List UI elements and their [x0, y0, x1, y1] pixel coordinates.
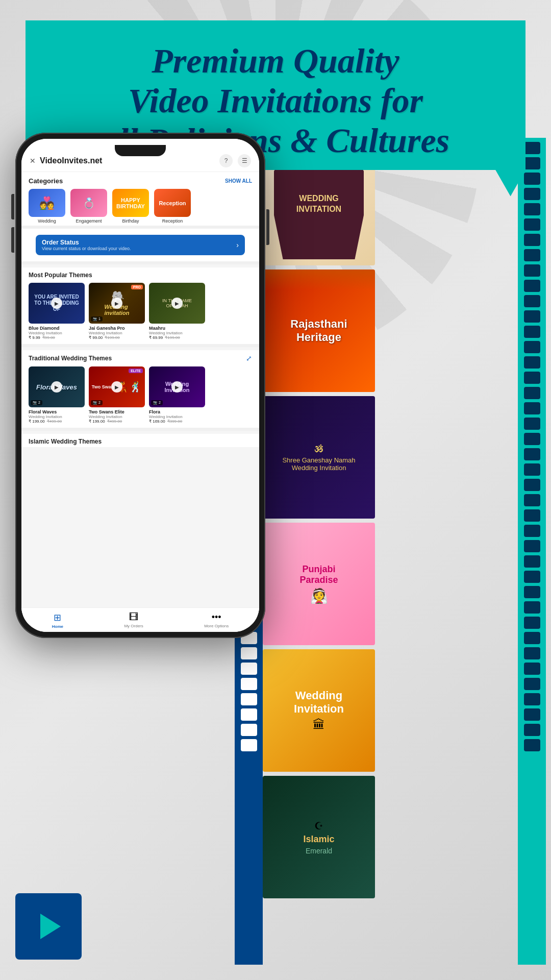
categories-header: Categories SHOW ALL: [29, 177, 252, 185]
order-status-banner[interactable]: Order Status View current status or down…: [36, 235, 245, 255]
volume-button-up: [11, 194, 14, 219]
show-all-button[interactable]: SHOW ALL: [225, 178, 252, 184]
film-hole: [524, 739, 540, 751]
film-hole: [524, 356, 540, 369]
wedding-gold-text: WeddingInvitation: [294, 689, 344, 716]
order-status-wrapper: Order Status View current status or down…: [21, 229, 259, 261]
floral-orig: ₹499.00: [47, 419, 62, 424]
help-icon[interactable]: ?: [219, 154, 233, 167]
pro-badge: PRO: [131, 285, 143, 289]
film-hole: [524, 418, 540, 430]
film-hole: [524, 280, 540, 292]
app-logo: VideoInvites.net: [40, 156, 102, 165]
most-popular-row: YOU ARE INVITEDTO THE WEDDING OF ▶ Blue …: [29, 283, 252, 340]
twoswans-orig: ₹499.00: [107, 419, 122, 424]
film-hole: [524, 264, 540, 277]
film-hole: [524, 463, 540, 476]
order-arrow-icon: ›: [236, 241, 239, 249]
film-hole: [524, 678, 540, 690]
maahru-thumb: IN THE NAMEOF ALLAH ▶: [149, 283, 205, 324]
play-button[interactable]: ▶: [51, 381, 62, 393]
film-hole: [524, 387, 540, 399]
close-icon[interactable]: ✕: [30, 157, 36, 165]
film-hole: [524, 509, 540, 522]
header-left: ✕ VideoInvites.net: [30, 156, 102, 165]
twoswans-thumb: Two Swans 💃🕺 ELITE ▶ 📷 2: [89, 366, 145, 407]
play-button[interactable]: ▶: [51, 298, 62, 309]
play-button[interactable]: ▶: [111, 298, 122, 309]
traditional-row: Floral Waves ▶ 📷 2 Floral Waves Wedding …: [29, 366, 252, 424]
theme-two-swans[interactable]: Two Swans 💃🕺 ELITE ▶ 📷 2 Two Swans Elite…: [89, 366, 145, 424]
menu-icon[interactable]: ☰: [238, 154, 251, 167]
film-hole: [524, 310, 540, 323]
theme-maahru[interactable]: IN THE NAMEOF ALLAH ▶ Maahru Wedding Inv…: [149, 283, 205, 340]
film-hole: [524, 203, 540, 215]
wedding-card-text: WEDDINGINVITATION: [296, 193, 341, 215]
card-wedding-gold[interactable]: WeddingInvitation 🏛: [263, 649, 375, 772]
film-hole: [524, 341, 540, 353]
app-screen: ✕ VideoInvites.net ? ☰ Categories SHOW A…: [21, 139, 259, 632]
power-button: [266, 209, 269, 245]
twoswans-price: ₹ 199.00: [89, 419, 105, 424]
theme-blue-diamond[interactable]: YOU ARE INVITEDTO THE WEDDING OF ▶ Blue …: [29, 283, 85, 340]
maahru-orig: ₹199.00: [165, 335, 180, 340]
categories-section: Categories SHOW ALL 💑 Wedding 💍: [21, 172, 259, 226]
islamic-section: Islamic Wedding Themes: [21, 434, 259, 447]
divider: [21, 344, 259, 347]
film-hole: [524, 218, 540, 231]
ganesh-text: 🕉 Shree Ganeshay NamahWedding Invitation: [282, 444, 355, 472]
film-hole: [524, 479, 540, 491]
expand-icon[interactable]: ⤢: [246, 354, 252, 362]
card-ganesh[interactable]: 🕉 Shree Ganeshay NamahWedding Invitation: [263, 396, 375, 519]
film-hole: [524, 326, 540, 338]
islamic-title: Islamic Wedding Themes: [29, 438, 102, 445]
play-button[interactable]: ▶: [111, 381, 122, 393]
order-title: Order Status: [42, 239, 131, 246]
engagement-scene: 💍: [70, 189, 107, 217]
card-punjabi[interactable]: PunjabiParadise 👰: [263, 523, 375, 645]
play-button[interactable]: ▶: [171, 381, 183, 393]
traditional-title: Traditional Wedding Themes: [29, 355, 112, 362]
film-hole: [524, 433, 540, 445]
flora-price: ₹ 169.00: [149, 419, 165, 424]
phone-container: ✕ VideoInvites.net ? ☰ Categories SHOW A…: [15, 133, 270, 898]
blue-diamond-type: Wedding Invitation: [29, 331, 85, 335]
theme-flora[interactable]: WeddingInvitation ▶ 📷 2 Flora Wedding In…: [149, 366, 205, 424]
film-hole: [524, 525, 540, 537]
card-rajasthani[interactable]: Rajasthani Heritage: [263, 270, 375, 392]
most-popular-header: Most Popular Themes: [29, 272, 252, 279]
category-engagement[interactable]: 💍 Engagement: [70, 189, 107, 224]
film-hole: [524, 142, 540, 154]
category-birthday[interactable]: HAPPYBIRTHDAY Birthday: [112, 189, 149, 224]
nav-home[interactable]: ⊞ Home: [52, 612, 63, 629]
reception-label: Reception: [162, 218, 183, 224]
traditional-header: Traditional Wedding Themes ⤢: [29, 354, 252, 362]
category-reception[interactable]: Reception Reception: [154, 189, 191, 224]
bottom-logo: [15, 893, 82, 960]
phone-outer: ✕ VideoInvites.net ? ☰ Categories SHOW A…: [15, 133, 265, 638]
wedding-thumb: 💑: [29, 189, 65, 217]
film-hole: [524, 693, 540, 705]
birthday-label: Birthday: [122, 218, 139, 224]
play-button[interactable]: ▶: [171, 298, 183, 309]
film-hole: [524, 555, 540, 568]
rajasthani-subtitle: Heritage: [296, 331, 341, 344]
film-hole: [524, 173, 540, 185]
category-wedding[interactable]: 💑 Wedding: [29, 189, 65, 224]
film-hole: [524, 494, 540, 506]
film-hole: [524, 295, 540, 307]
card-islamic[interactable]: ☪ Islamic Emerald: [263, 776, 375, 898]
nav-my-orders[interactable]: 🎞 My Orders: [124, 612, 143, 629]
film-hole: [524, 708, 540, 721]
film-hole: [524, 571, 540, 583]
play-triangle-icon: [40, 914, 61, 939]
punjabi-title: PunjabiParadise: [299, 564, 338, 585]
birthday-thumb: HAPPYBIRTHDAY: [112, 189, 149, 217]
blue-diamond-price: ₹ 9.99: [29, 335, 40, 340]
theme-floral-waves[interactable]: Floral Waves ▶ 📷 2 Floral Waves Wedding …: [29, 366, 85, 424]
theme-jai-ganesha[interactable]: 🐘 Weddinginvitation PRO ▶ 📷 1 Jai Ganesh…: [89, 283, 145, 340]
blue-diamond-name: Blue Diamond: [29, 326, 85, 331]
film-hole: [524, 586, 540, 598]
flora-thumb: WeddingInvitation ▶ 📷 2: [149, 366, 205, 407]
nav-more[interactable]: ••• More Options: [204, 612, 229, 629]
